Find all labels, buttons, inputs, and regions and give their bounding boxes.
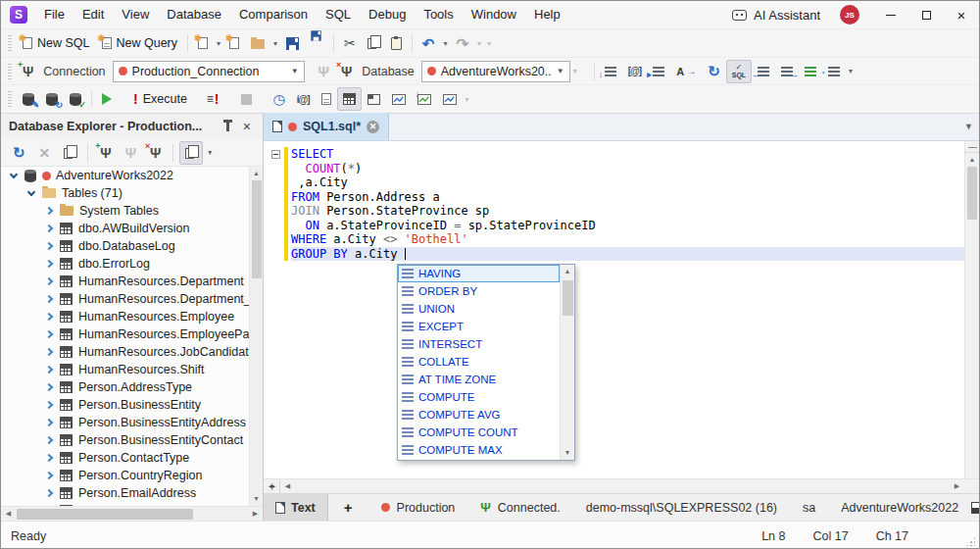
twisty-collapsed-icon[interactable] xyxy=(45,295,53,303)
twisty-collapsed-icon[interactable] xyxy=(45,225,53,232)
execute-button[interactable]: ! Execute xyxy=(127,87,193,111)
tree-item[interactable]: HumanResources.JobCandidate xyxy=(1,343,249,361)
explorer-horizontal-scrollbar[interactable]: ◀ ▶ xyxy=(1,506,263,521)
results-layout-button[interactable] xyxy=(362,87,386,111)
tree-item[interactable]: HumanResources.Department xyxy=(1,273,249,290)
completion-item[interactable]: COLLATE xyxy=(398,353,560,371)
menu-database[interactable]: Database xyxy=(158,1,230,28)
tree-item[interactable]: dbo.DatabaseLog xyxy=(1,237,249,255)
completion-item[interactable]: COMPUTE COUNT xyxy=(398,424,560,441)
resize-grip[interactable] xyxy=(966,537,975,546)
panel-layout-icon[interactable] xyxy=(971,502,980,514)
undo-button[interactable]: ↶ xyxy=(416,31,441,55)
decrease-indent-button[interactable]: ← xyxy=(752,60,775,83)
twisty-collapsed-icon[interactable] xyxy=(45,366,53,374)
results-to-grid-button[interactable] xyxy=(337,87,362,111)
text-view-tab[interactable]: Text xyxy=(264,494,328,521)
explorer-vertical-scrollbar[interactable]: ▲ ▼ xyxy=(249,167,263,506)
send-results-button[interactable]: ί@] xyxy=(291,87,316,111)
pin-icon[interactable] xyxy=(226,123,229,131)
chart-button[interactable] xyxy=(386,87,412,111)
tree-item[interactable]: HumanResources.Department_ xyxy=(1,290,249,308)
explorer-refresh-button[interactable]: ↻ xyxy=(7,141,31,165)
editor-horizontal-scrollbar[interactable]: ◂|▸ ◀ ▶ xyxy=(264,478,979,493)
tree-item[interactable]: HumanResources.EmployeePay xyxy=(1,325,249,343)
new-query-button[interactable]: ✱ New Query xyxy=(96,31,184,55)
edit-database-button[interactable]: ✎ xyxy=(17,87,40,111)
completion-item[interactable]: COMPUTE MAX xyxy=(398,441,560,459)
connection-combobox[interactable]: Production_Connection ▼ xyxy=(113,61,305,82)
execute-script-button[interactable]: ≡! xyxy=(201,87,225,111)
copy-button[interactable] xyxy=(362,31,385,55)
server-indicator[interactable]: demo-mssql\SQLEXPRESS02 (16) xyxy=(573,494,790,521)
twisty-collapsed-icon[interactable] xyxy=(45,454,53,462)
add-view-button[interactable]: + xyxy=(328,499,368,516)
twisty-collapsed-icon[interactable] xyxy=(45,436,53,444)
new-sql-button[interactable]: ✱ New SQL xyxy=(17,31,96,55)
toolbar-overflow-dropdown[interactable]: ▾ xyxy=(484,39,494,48)
start-debug-button[interactable] xyxy=(96,87,118,111)
explorer-disconnect-button[interactable]: Ψ× xyxy=(144,141,167,165)
execute-overflow-dropdown[interactable]: ▾ xyxy=(463,95,472,104)
tree-item[interactable]: AdventureWorks2022 xyxy=(1,167,249,184)
menu-debug[interactable]: Debug xyxy=(360,1,415,28)
menu-file[interactable]: File xyxy=(35,1,74,28)
completion-item[interactable]: HAVING xyxy=(398,265,560,282)
explorer-connect-button[interactable]: Ψ xyxy=(120,141,142,165)
menu-edit[interactable]: Edit xyxy=(74,1,113,28)
twisty-collapsed-icon[interactable] xyxy=(45,348,53,356)
twisty-collapsed-icon[interactable] xyxy=(45,207,53,215)
toolbar-grip[interactable] xyxy=(8,64,12,79)
tree-item[interactable]: dbo.AWBuildVersion xyxy=(1,220,249,237)
database-dropdown[interactable]: ▾ xyxy=(570,67,580,75)
validate-database-button[interactable]: ✓ xyxy=(64,87,87,111)
tree-item[interactable]: Person.BusinessEntityContact xyxy=(1,431,249,449)
explorer-delete-button[interactable]: ✕ xyxy=(33,141,57,165)
menu-comparison[interactable]: Comparison xyxy=(230,1,317,28)
completion-item[interactable]: AT TIME ZONE xyxy=(398,371,560,388)
connect-button[interactable]: Ψ xyxy=(313,60,335,83)
new-connection-button[interactable]: Ψ+ xyxy=(17,60,39,83)
comment-sql-button[interactable]: ' xyxy=(822,60,846,83)
menu-window[interactable]: Window xyxy=(463,1,525,28)
twisty-collapsed-icon[interactable] xyxy=(45,330,53,338)
list-members-button[interactable]: ↓ xyxy=(599,60,622,83)
ai-assistant-button[interactable]: AI Assistant xyxy=(722,8,830,23)
tree-item[interactable]: Person.CountryRegion xyxy=(1,467,249,484)
redo-button[interactable]: ↷ xyxy=(450,31,474,55)
formatting-overflow-dropdown[interactable]: ▾ xyxy=(846,67,856,75)
connected-indicator[interactable]: Ψ Connected. xyxy=(467,494,572,521)
tab-sql1[interactable]: SQL1.sql* ✕ xyxy=(264,113,389,140)
menu-help[interactable]: Help xyxy=(525,1,569,28)
twisty-collapsed-icon[interactable] xyxy=(45,419,53,426)
format-sql-button[interactable] xyxy=(799,60,822,83)
tree-item[interactable]: Person.ContactType xyxy=(1,449,249,467)
scroll-right-icon[interactable]: ▶ xyxy=(950,482,964,490)
save-button[interactable] xyxy=(280,31,305,55)
explorer-overflow-dropdown[interactable]: ▾ xyxy=(205,148,215,157)
scrollbar-thumb[interactable] xyxy=(563,280,573,316)
twisty-collapsed-icon[interactable] xyxy=(45,489,53,497)
stop-button[interactable] xyxy=(235,87,258,111)
quick-info-button[interactable]: ▸ xyxy=(647,60,670,83)
database-combobox[interactable]: AdventureWorks20... ▼ xyxy=(421,61,570,82)
menu-sql[interactable]: SQL xyxy=(317,1,360,28)
maximize-button[interactable] xyxy=(908,1,944,28)
disconnect-button[interactable]: Ψ× xyxy=(335,60,358,83)
tree-item[interactable]: HumanResources.Employee xyxy=(1,308,249,325)
scroll-down-icon[interactable]: ▼ xyxy=(250,492,263,506)
split-handle[interactable] xyxy=(965,141,979,153)
new-file-button[interactable]: ✱ xyxy=(223,31,245,55)
connection-indicator[interactable]: Production xyxy=(368,494,468,521)
twisty-expanded-icon[interactable] xyxy=(10,170,18,177)
minimize-button[interactable] xyxy=(873,1,908,28)
twisty-expanded-icon[interactable] xyxy=(27,187,35,195)
menu-view[interactable]: View xyxy=(113,1,158,28)
scroll-down-icon[interactable]: ▼ xyxy=(561,446,574,460)
completion-item[interactable]: ORDER BY xyxy=(398,282,560,300)
toolbar-grip[interactable] xyxy=(8,91,12,107)
completion-item[interactable]: INTERSECT xyxy=(398,335,560,353)
scroll-left-icon[interactable]: ◀ xyxy=(1,510,16,518)
explorer-close-icon[interactable]: × xyxy=(243,119,251,134)
twisty-collapsed-icon[interactable] xyxy=(45,401,53,409)
